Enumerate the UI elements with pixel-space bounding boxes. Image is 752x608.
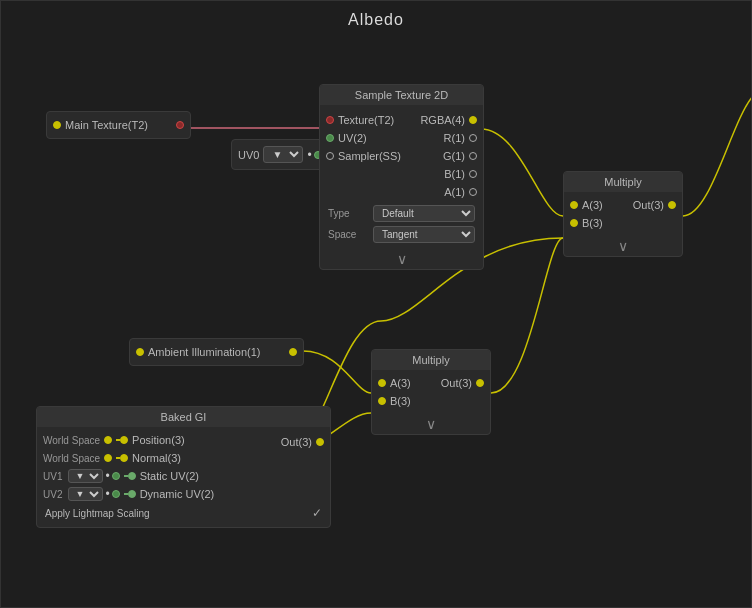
multiply-top-node: Multiply A(3) B(3) Out(3) — [563, 171, 683, 257]
baked-static-uv-in[interactable] — [112, 472, 120, 480]
multiply-top-b-in[interactable] — [570, 219, 578, 227]
ambient-port-in[interactable] — [136, 348, 144, 356]
texture-port-in[interactable] — [326, 116, 334, 124]
multiply-bottom-out[interactable] — [476, 379, 484, 387]
sample-texture-expand[interactable]: ∨ — [320, 249, 483, 269]
ambient-port-out[interactable] — [289, 348, 297, 356]
space-select[interactable]: Tangent — [373, 226, 475, 243]
multiply-top-header: Multiply — [564, 172, 682, 192]
baked-position-in[interactable] — [104, 436, 112, 444]
uv-port-in[interactable] — [326, 134, 334, 142]
b-port-out[interactable] — [469, 170, 477, 178]
multiply-bottom-b-in[interactable] — [378, 397, 386, 405]
main-texture-port-out[interactable] — [176, 121, 184, 129]
baked-static-dot[interactable] — [128, 472, 136, 480]
graph-title: Albedo — [1, 1, 751, 39]
main-texture-label: Main Texture(T2) — [65, 119, 148, 131]
ambient-illumination-node: Ambient Illumination(1) — [129, 338, 304, 366]
uv2-dropdown[interactable]: ▼ — [68, 487, 103, 501]
type-select[interactable]: Default — [373, 205, 475, 222]
ambient-label: Ambient Illumination(1) — [148, 346, 261, 358]
main-texture-node: Main Texture(T2) — [46, 111, 191, 139]
multiply-bottom-node: Multiply A(3) B(3) Out(3) — [371, 349, 491, 435]
baked-normal-dot[interactable] — [120, 454, 128, 462]
a-port-out[interactable] — [469, 188, 477, 196]
multiply-top-out[interactable] — [668, 201, 676, 209]
g-port-out[interactable] — [469, 152, 477, 160]
sampler-port-in[interactable] — [326, 152, 334, 160]
multiply-bottom-header: Multiply — [372, 350, 490, 370]
uv0-label: UV0 — [238, 149, 259, 161]
baked-gi-header: Baked GI — [37, 407, 330, 427]
uv0-dropdown[interactable]: ▼ — [263, 146, 303, 163]
baked-gi-node: Baked GI World Space Position(3) World S… — [36, 406, 331, 528]
baked-gi-out[interactable] — [316, 438, 324, 446]
baked-normal-in[interactable] — [104, 454, 112, 462]
multiply-bottom-expand[interactable]: ∨ — [372, 414, 490, 434]
multiply-top-expand[interactable]: ∨ — [564, 236, 682, 256]
baked-position-dot[interactable] — [120, 436, 128, 444]
multiply-top-a-in[interactable] — [570, 201, 578, 209]
main-texture-port-in[interactable] — [53, 121, 61, 129]
apply-lightmap-check[interactable]: ✓ — [312, 506, 322, 520]
shader-graph-canvas: Albedo Main Texture(T2) — [0, 0, 752, 608]
baked-dynamic-dot[interactable] — [128, 490, 136, 498]
multiply-bottom-a-in[interactable] — [378, 379, 386, 387]
sample-texture-header: Sample Texture 2D — [320, 85, 483, 105]
apply-lightmap-label: Apply Lightmap Scaling — [45, 508, 312, 519]
uv1-dropdown[interactable]: ▼ — [68, 469, 103, 483]
rgba-port-out[interactable] — [469, 116, 477, 124]
r-port-out[interactable] — [469, 134, 477, 142]
baked-dynamic-uv-in[interactable] — [112, 490, 120, 498]
sample-texture-node: Sample Texture 2D Texture(T2) UV(2) Samp… — [319, 84, 484, 270]
